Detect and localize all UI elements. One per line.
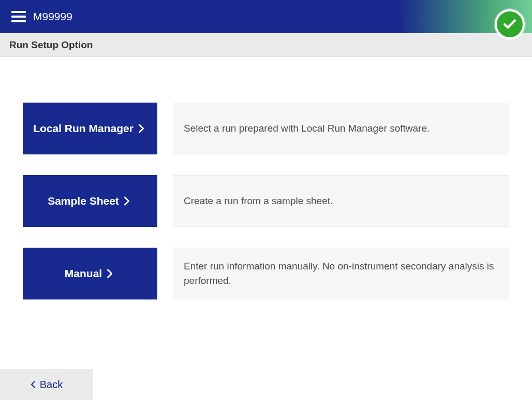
page-title: Run Setup Option <box>9 39 93 51</box>
manual-button[interactable]: Manual <box>23 248 157 299</box>
chevron-left-icon <box>31 381 36 388</box>
option-description: Select a run prepared with Local Run Man… <box>173 103 509 154</box>
option-description: Create a run from a sample sheet. <box>173 175 509 227</box>
back-label: Back <box>40 379 63 391</box>
back-button[interactable]: Back <box>0 369 93 400</box>
chevron-right-icon <box>104 268 115 279</box>
option-description: Enter run information manually. No on-in… <box>173 248 509 299</box>
option-row: Sample Sheet Create a run from a sample … <box>23 175 509 227</box>
option-button-label: Manual <box>65 267 102 280</box>
option-button-label: Sample Sheet <box>48 195 119 207</box>
status-badge[interactable] <box>495 9 525 39</box>
sample-sheet-button[interactable]: Sample Sheet <box>23 175 157 227</box>
page-subheader: Run Setup Option <box>0 33 532 57</box>
local-run-manager-button[interactable]: Local Run Manager <box>23 103 157 154</box>
content-area: Local Run Manager Select a run prepared … <box>0 57 532 299</box>
app-header: M99999 <box>0 0 532 33</box>
menu-icon[interactable] <box>11 11 26 22</box>
check-icon <box>502 17 518 32</box>
option-row: Local Run Manager Select a run prepared … <box>23 103 509 154</box>
instrument-id: M99999 <box>33 10 72 23</box>
option-button-label: Local Run Manager <box>33 122 134 135</box>
chevron-right-icon <box>121 195 132 207</box>
option-row: Manual Enter run information manually. N… <box>23 248 509 299</box>
chevron-right-icon <box>136 123 147 134</box>
